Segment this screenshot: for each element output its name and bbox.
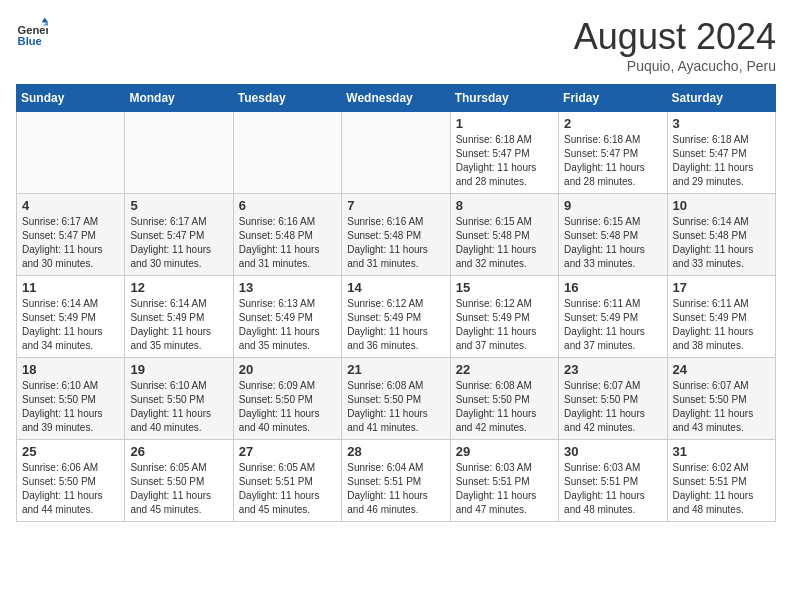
day-number: 26 bbox=[130, 444, 227, 459]
day-info: Sunrise: 6:08 AM Sunset: 5:50 PM Dayligh… bbox=[456, 379, 553, 435]
calendar-cell: 19Sunrise: 6:10 AM Sunset: 5:50 PM Dayli… bbox=[125, 358, 233, 440]
calendar-subtitle: Puquio, Ayacucho, Peru bbox=[574, 58, 776, 74]
logo-icon: General Blue bbox=[16, 16, 48, 48]
day-info: Sunrise: 6:18 AM Sunset: 5:47 PM Dayligh… bbox=[673, 133, 770, 189]
day-info: Sunrise: 6:07 AM Sunset: 5:50 PM Dayligh… bbox=[564, 379, 661, 435]
day-number: 30 bbox=[564, 444, 661, 459]
day-info: Sunrise: 6:08 AM Sunset: 5:50 PM Dayligh… bbox=[347, 379, 444, 435]
calendar-cell: 7Sunrise: 6:16 AM Sunset: 5:48 PM Daylig… bbox=[342, 194, 450, 276]
day-number: 15 bbox=[456, 280, 553, 295]
calendar-cell: 10Sunrise: 6:14 AM Sunset: 5:48 PM Dayli… bbox=[667, 194, 775, 276]
day-number: 8 bbox=[456, 198, 553, 213]
day-number: 31 bbox=[673, 444, 770, 459]
weekday-header-row: SundayMondayTuesdayWednesdayThursdayFrid… bbox=[17, 85, 776, 112]
calendar-cell bbox=[342, 112, 450, 194]
day-number: 4 bbox=[22, 198, 119, 213]
calendar-cell: 18Sunrise: 6:10 AM Sunset: 5:50 PM Dayli… bbox=[17, 358, 125, 440]
day-info: Sunrise: 6:15 AM Sunset: 5:48 PM Dayligh… bbox=[564, 215, 661, 271]
day-info: Sunrise: 6:03 AM Sunset: 5:51 PM Dayligh… bbox=[564, 461, 661, 517]
day-info: Sunrise: 6:18 AM Sunset: 5:47 PM Dayligh… bbox=[456, 133, 553, 189]
weekday-header-saturday: Saturday bbox=[667, 85, 775, 112]
day-number: 21 bbox=[347, 362, 444, 377]
calendar-cell: 17Sunrise: 6:11 AM Sunset: 5:49 PM Dayli… bbox=[667, 276, 775, 358]
logo: General Blue bbox=[16, 16, 48, 48]
calendar-cell: 3Sunrise: 6:18 AM Sunset: 5:47 PM Daylig… bbox=[667, 112, 775, 194]
week-row-4: 18Sunrise: 6:10 AM Sunset: 5:50 PM Dayli… bbox=[17, 358, 776, 440]
day-info: Sunrise: 6:06 AM Sunset: 5:50 PM Dayligh… bbox=[22, 461, 119, 517]
day-number: 9 bbox=[564, 198, 661, 213]
calendar-cell bbox=[17, 112, 125, 194]
day-info: Sunrise: 6:07 AM Sunset: 5:50 PM Dayligh… bbox=[673, 379, 770, 435]
day-info: Sunrise: 6:14 AM Sunset: 5:49 PM Dayligh… bbox=[22, 297, 119, 353]
week-row-3: 11Sunrise: 6:14 AM Sunset: 5:49 PM Dayli… bbox=[17, 276, 776, 358]
day-number: 2 bbox=[564, 116, 661, 131]
calendar-cell: 28Sunrise: 6:04 AM Sunset: 5:51 PM Dayli… bbox=[342, 440, 450, 522]
day-number: 11 bbox=[22, 280, 119, 295]
svg-marker-2 bbox=[42, 18, 48, 23]
day-number: 27 bbox=[239, 444, 336, 459]
day-number: 22 bbox=[456, 362, 553, 377]
day-number: 25 bbox=[22, 444, 119, 459]
day-info: Sunrise: 6:16 AM Sunset: 5:48 PM Dayligh… bbox=[239, 215, 336, 271]
calendar-cell: 23Sunrise: 6:07 AM Sunset: 5:50 PM Dayli… bbox=[559, 358, 667, 440]
day-info: Sunrise: 6:12 AM Sunset: 5:49 PM Dayligh… bbox=[347, 297, 444, 353]
calendar-cell: 8Sunrise: 6:15 AM Sunset: 5:48 PM Daylig… bbox=[450, 194, 558, 276]
day-info: Sunrise: 6:12 AM Sunset: 5:49 PM Dayligh… bbox=[456, 297, 553, 353]
day-number: 17 bbox=[673, 280, 770, 295]
day-info: Sunrise: 6:17 AM Sunset: 5:47 PM Dayligh… bbox=[130, 215, 227, 271]
weekday-header-sunday: Sunday bbox=[17, 85, 125, 112]
day-number: 19 bbox=[130, 362, 227, 377]
day-number: 5 bbox=[130, 198, 227, 213]
day-info: Sunrise: 6:05 AM Sunset: 5:51 PM Dayligh… bbox=[239, 461, 336, 517]
day-number: 7 bbox=[347, 198, 444, 213]
calendar-cell: 26Sunrise: 6:05 AM Sunset: 5:50 PM Dayli… bbox=[125, 440, 233, 522]
calendar-cell: 20Sunrise: 6:09 AM Sunset: 5:50 PM Dayli… bbox=[233, 358, 341, 440]
day-info: Sunrise: 6:14 AM Sunset: 5:49 PM Dayligh… bbox=[130, 297, 227, 353]
calendar-cell: 15Sunrise: 6:12 AM Sunset: 5:49 PM Dayli… bbox=[450, 276, 558, 358]
calendar-cell: 21Sunrise: 6:08 AM Sunset: 5:50 PM Dayli… bbox=[342, 358, 450, 440]
day-info: Sunrise: 6:18 AM Sunset: 5:47 PM Dayligh… bbox=[564, 133, 661, 189]
day-info: Sunrise: 6:10 AM Sunset: 5:50 PM Dayligh… bbox=[130, 379, 227, 435]
day-number: 13 bbox=[239, 280, 336, 295]
calendar-cell: 22Sunrise: 6:08 AM Sunset: 5:50 PM Dayli… bbox=[450, 358, 558, 440]
page-header: General Blue August 2024 Puquio, Ayacuch… bbox=[16, 16, 776, 74]
weekday-header-tuesday: Tuesday bbox=[233, 85, 341, 112]
calendar-cell bbox=[233, 112, 341, 194]
day-number: 18 bbox=[22, 362, 119, 377]
day-info: Sunrise: 6:15 AM Sunset: 5:48 PM Dayligh… bbox=[456, 215, 553, 271]
week-row-1: 1Sunrise: 6:18 AM Sunset: 5:47 PM Daylig… bbox=[17, 112, 776, 194]
day-info: Sunrise: 6:02 AM Sunset: 5:51 PM Dayligh… bbox=[673, 461, 770, 517]
day-info: Sunrise: 6:16 AM Sunset: 5:48 PM Dayligh… bbox=[347, 215, 444, 271]
calendar-cell: 9Sunrise: 6:15 AM Sunset: 5:48 PM Daylig… bbox=[559, 194, 667, 276]
week-row-5: 25Sunrise: 6:06 AM Sunset: 5:50 PM Dayli… bbox=[17, 440, 776, 522]
calendar-cell: 27Sunrise: 6:05 AM Sunset: 5:51 PM Dayli… bbox=[233, 440, 341, 522]
calendar-cell: 5Sunrise: 6:17 AM Sunset: 5:47 PM Daylig… bbox=[125, 194, 233, 276]
calendar-cell: 2Sunrise: 6:18 AM Sunset: 5:47 PM Daylig… bbox=[559, 112, 667, 194]
day-number: 28 bbox=[347, 444, 444, 459]
weekday-header-friday: Friday bbox=[559, 85, 667, 112]
day-number: 12 bbox=[130, 280, 227, 295]
day-info: Sunrise: 6:11 AM Sunset: 5:49 PM Dayligh… bbox=[564, 297, 661, 353]
day-info: Sunrise: 6:04 AM Sunset: 5:51 PM Dayligh… bbox=[347, 461, 444, 517]
weekday-header-monday: Monday bbox=[125, 85, 233, 112]
day-number: 6 bbox=[239, 198, 336, 213]
day-info: Sunrise: 6:14 AM Sunset: 5:48 PM Dayligh… bbox=[673, 215, 770, 271]
day-number: 24 bbox=[673, 362, 770, 377]
calendar-cell: 1Sunrise: 6:18 AM Sunset: 5:47 PM Daylig… bbox=[450, 112, 558, 194]
calendar-cell: 11Sunrise: 6:14 AM Sunset: 5:49 PM Dayli… bbox=[17, 276, 125, 358]
day-info: Sunrise: 6:09 AM Sunset: 5:50 PM Dayligh… bbox=[239, 379, 336, 435]
day-number: 14 bbox=[347, 280, 444, 295]
calendar-table: SundayMondayTuesdayWednesdayThursdayFrid… bbox=[16, 84, 776, 522]
day-number: 29 bbox=[456, 444, 553, 459]
svg-text:Blue: Blue bbox=[18, 35, 42, 47]
title-block: August 2024 Puquio, Ayacucho, Peru bbox=[574, 16, 776, 74]
calendar-cell: 4Sunrise: 6:17 AM Sunset: 5:47 PM Daylig… bbox=[17, 194, 125, 276]
calendar-cell: 13Sunrise: 6:13 AM Sunset: 5:49 PM Dayli… bbox=[233, 276, 341, 358]
day-info: Sunrise: 6:03 AM Sunset: 5:51 PM Dayligh… bbox=[456, 461, 553, 517]
calendar-cell: 30Sunrise: 6:03 AM Sunset: 5:51 PM Dayli… bbox=[559, 440, 667, 522]
weekday-header-thursday: Thursday bbox=[450, 85, 558, 112]
weekday-header-wednesday: Wednesday bbox=[342, 85, 450, 112]
day-number: 1 bbox=[456, 116, 553, 131]
calendar-title: August 2024 bbox=[574, 16, 776, 58]
day-info: Sunrise: 6:17 AM Sunset: 5:47 PM Dayligh… bbox=[22, 215, 119, 271]
